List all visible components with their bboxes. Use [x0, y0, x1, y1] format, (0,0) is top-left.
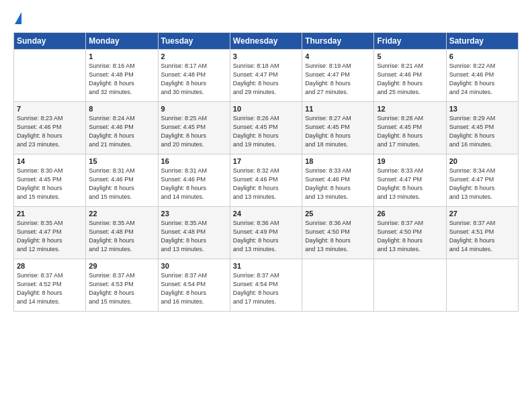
- day-number: 4: [305, 52, 371, 60]
- day-number: 31: [233, 262, 299, 270]
- day-info: Sunrise: 8:18 AMSunset: 4:47 PMDaylight:…: [233, 62, 299, 97]
- day-number: 5: [377, 52, 443, 60]
- day-cell: 30Sunrise: 8:37 AMSunset: 4:54 PMDayligh…: [158, 259, 230, 312]
- day-number: 11: [305, 105, 371, 113]
- day-number: 7: [17, 105, 83, 113]
- page: SundayMondayTuesdayWednesdayThursdayFrid…: [0, 0, 532, 411]
- day-info: Sunrise: 8:16 AMSunset: 4:48 PMDaylight:…: [89, 62, 154, 97]
- week-row-4: 21Sunrise: 8:35 AMSunset: 4:47 PMDayligh…: [14, 207, 519, 259]
- day-cell: 3Sunrise: 8:18 AMSunset: 4:47 PMDaylight…: [230, 50, 302, 102]
- logo: [13, 12, 21, 26]
- week-row-1: 1Sunrise: 8:16 AMSunset: 4:48 PMDaylight…: [14, 50, 519, 102]
- day-number: 17: [233, 157, 299, 165]
- day-number: 22: [89, 210, 154, 218]
- day-cell: 17Sunrise: 8:32 AMSunset: 4:46 PMDayligh…: [230, 154, 302, 207]
- week-row-3: 14Sunrise: 8:30 AMSunset: 4:45 PMDayligh…: [14, 154, 519, 207]
- weekday-header-sunday: Sunday: [14, 33, 86, 50]
- day-info: Sunrise: 8:22 AMSunset: 4:46 PMDaylight:…: [449, 62, 515, 97]
- day-info: Sunrise: 8:29 AMSunset: 4:45 PMDaylight:…: [449, 114, 515, 149]
- day-cell: [302, 259, 374, 312]
- week-row-2: 7Sunrise: 8:23 AMSunset: 4:46 PMDaylight…: [14, 102, 519, 154]
- day-cell: [374, 259, 446, 312]
- day-number: 26: [377, 210, 443, 218]
- day-info: Sunrise: 8:28 AMSunset: 4:45 PMDaylight:…: [377, 114, 443, 149]
- day-number: 29: [89, 262, 154, 270]
- day-info: Sunrise: 8:26 AMSunset: 4:45 PMDaylight:…: [233, 114, 299, 149]
- day-number: 20: [449, 157, 515, 165]
- day-cell: 16Sunrise: 8:31 AMSunset: 4:46 PMDayligh…: [158, 154, 230, 207]
- day-cell: 22Sunrise: 8:35 AMSunset: 4:48 PMDayligh…: [86, 207, 158, 259]
- day-info: Sunrise: 8:32 AMSunset: 4:46 PMDaylight:…: [233, 167, 299, 201]
- day-cell: 13Sunrise: 8:29 AMSunset: 4:45 PMDayligh…: [446, 102, 518, 154]
- day-cell: 27Sunrise: 8:37 AMSunset: 4:51 PMDayligh…: [446, 207, 518, 259]
- day-cell: 15Sunrise: 8:31 AMSunset: 4:46 PMDayligh…: [86, 154, 158, 207]
- day-number: 12: [377, 105, 443, 113]
- day-cell: 7Sunrise: 8:23 AMSunset: 4:46 PMDaylight…: [14, 102, 86, 154]
- day-cell: 12Sunrise: 8:28 AMSunset: 4:45 PMDayligh…: [374, 102, 446, 154]
- day-cell: 20Sunrise: 8:34 AMSunset: 4:47 PMDayligh…: [446, 154, 518, 207]
- day-info: Sunrise: 8:37 AMSunset: 4:53 PMDaylight:…: [89, 271, 154, 306]
- day-cell: 4Sunrise: 8:19 AMSunset: 4:47 PMDaylight…: [302, 50, 374, 102]
- day-cell: [14, 50, 86, 102]
- day-number: 1: [89, 52, 154, 60]
- calendar-table: SundayMondayTuesdayWednesdayThursdayFrid…: [13, 32, 519, 312]
- day-cell: 2Sunrise: 8:17 AMSunset: 4:48 PMDaylight…: [158, 50, 230, 102]
- day-cell: 23Sunrise: 8:35 AMSunset: 4:48 PMDayligh…: [158, 207, 230, 259]
- day-info: Sunrise: 8:37 AMSunset: 4:54 PMDaylight:…: [161, 271, 227, 306]
- day-info: Sunrise: 8:24 AMSunset: 4:46 PMDaylight:…: [89, 114, 154, 149]
- day-cell: 6Sunrise: 8:22 AMSunset: 4:46 PMDaylight…: [446, 50, 518, 102]
- weekday-header-friday: Friday: [374, 33, 446, 50]
- day-info: Sunrise: 8:19 AMSunset: 4:47 PMDaylight:…: [305, 62, 371, 97]
- day-cell: 11Sunrise: 8:27 AMSunset: 4:45 PMDayligh…: [302, 102, 374, 154]
- week-row-5: 28Sunrise: 8:37 AMSunset: 4:52 PMDayligh…: [14, 259, 519, 312]
- day-info: Sunrise: 8:37 AMSunset: 4:54 PMDaylight:…: [233, 271, 299, 306]
- weekday-header-monday: Monday: [86, 33, 158, 50]
- day-cell: 18Sunrise: 8:33 AMSunset: 4:46 PMDayligh…: [302, 154, 374, 207]
- day-number: 13: [449, 105, 515, 113]
- day-number: 19: [377, 157, 443, 165]
- day-number: 30: [161, 262, 227, 270]
- day-number: 14: [17, 157, 83, 165]
- weekday-header-tuesday: Tuesday: [158, 33, 230, 50]
- day-info: Sunrise: 8:35 AMSunset: 4:48 PMDaylight:…: [89, 219, 154, 254]
- day-info: Sunrise: 8:36 AMSunset: 4:50 PMDaylight:…: [305, 219, 371, 254]
- day-cell: 8Sunrise: 8:24 AMSunset: 4:46 PMDaylight…: [86, 102, 158, 154]
- day-info: Sunrise: 8:31 AMSunset: 4:46 PMDaylight:…: [89, 167, 154, 201]
- day-number: 10: [233, 105, 299, 113]
- day-cell: 19Sunrise: 8:33 AMSunset: 4:47 PMDayligh…: [374, 154, 446, 207]
- weekday-header-saturday: Saturday: [446, 33, 518, 50]
- day-cell: 28Sunrise: 8:37 AMSunset: 4:52 PMDayligh…: [14, 259, 86, 312]
- day-info: Sunrise: 8:17 AMSunset: 4:48 PMDaylight:…: [161, 62, 227, 97]
- day-cell: 10Sunrise: 8:26 AMSunset: 4:45 PMDayligh…: [230, 102, 302, 154]
- day-number: 18: [305, 157, 371, 165]
- day-cell: [446, 259, 518, 312]
- day-cell: 9Sunrise: 8:25 AMSunset: 4:45 PMDaylight…: [158, 102, 230, 154]
- day-cell: 21Sunrise: 8:35 AMSunset: 4:47 PMDayligh…: [14, 207, 86, 259]
- day-cell: 14Sunrise: 8:30 AMSunset: 4:45 PMDayligh…: [14, 154, 86, 207]
- day-cell: 31Sunrise: 8:37 AMSunset: 4:54 PMDayligh…: [230, 259, 302, 312]
- day-number: 8: [89, 105, 154, 113]
- day-number: 9: [161, 105, 227, 113]
- day-cell: 26Sunrise: 8:37 AMSunset: 4:50 PMDayligh…: [374, 207, 446, 259]
- day-info: Sunrise: 8:35 AMSunset: 4:47 PMDaylight:…: [17, 219, 83, 254]
- day-info: Sunrise: 8:34 AMSunset: 4:47 PMDaylight:…: [449, 167, 515, 201]
- day-info: Sunrise: 8:23 AMSunset: 4:46 PMDaylight:…: [17, 114, 83, 149]
- day-info: Sunrise: 8:21 AMSunset: 4:46 PMDaylight:…: [377, 62, 443, 97]
- header: [13, 12, 519, 26]
- day-number: 16: [161, 157, 227, 165]
- day-number: 27: [449, 210, 515, 218]
- day-info: Sunrise: 8:25 AMSunset: 4:45 PMDaylight:…: [161, 114, 227, 149]
- day-cell: 24Sunrise: 8:36 AMSunset: 4:49 PMDayligh…: [230, 207, 302, 259]
- day-number: 6: [449, 52, 515, 60]
- weekday-header-row: SundayMondayTuesdayWednesdayThursdayFrid…: [14, 33, 519, 50]
- day-cell: 25Sunrise: 8:36 AMSunset: 4:50 PMDayligh…: [302, 207, 374, 259]
- day-number: 15: [89, 157, 154, 165]
- day-cell: 29Sunrise: 8:37 AMSunset: 4:53 PMDayligh…: [86, 259, 158, 312]
- day-info: Sunrise: 8:37 AMSunset: 4:52 PMDaylight:…: [17, 271, 83, 306]
- day-number: 21: [17, 210, 83, 218]
- weekday-header-thursday: Thursday: [302, 33, 374, 50]
- day-number: 24: [233, 210, 299, 218]
- day-cell: 1Sunrise: 8:16 AMSunset: 4:48 PMDaylight…: [86, 50, 158, 102]
- day-info: Sunrise: 8:37 AMSunset: 4:50 PMDaylight:…: [377, 219, 443, 254]
- day-info: Sunrise: 8:27 AMSunset: 4:45 PMDaylight:…: [305, 114, 371, 149]
